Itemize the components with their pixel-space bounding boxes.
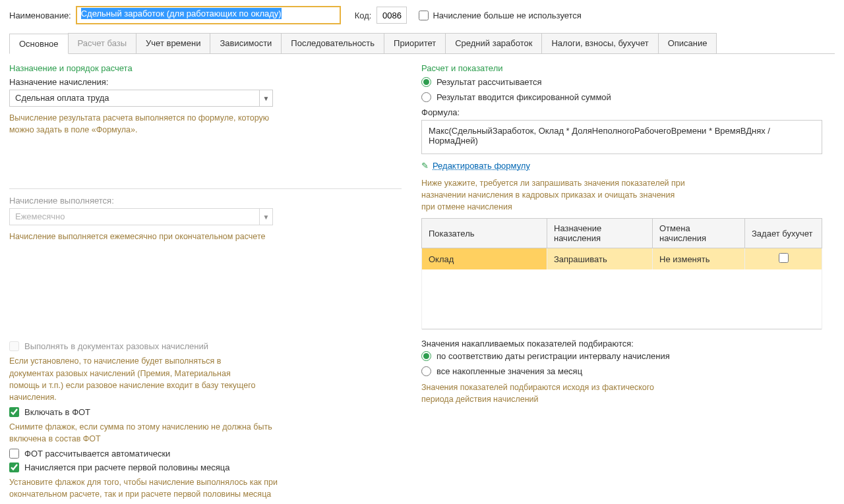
tab-desc[interactable]: Описание — [658, 33, 717, 53]
tab-seq[interactable]: Последовательность — [281, 33, 384, 53]
row-acct-checkbox[interactable] — [779, 253, 789, 263]
below-hint: Ниже укажите, требуется ли запрашивать з… — [421, 177, 685, 213]
result-calc-label: Результат рассчитывается — [437, 77, 542, 87]
tab-base[interactable]: Расчет базы — [68, 33, 137, 53]
result-fixed-radio[interactable] — [421, 92, 431, 102]
formula-box[interactable]: Макс(СдельныйЗаработок, Оклад * ДоляНепо… — [421, 120, 822, 154]
accum-all-month-radio[interactable] — [421, 366, 431, 376]
fot-auto-label: ФОТ рассчитывается автоматически — [24, 449, 170, 459]
name-input[interactable]: Сдельный заработок (для работающих по ок… — [76, 7, 340, 24]
chevron-down-icon[interactable]: ▼ — [259, 90, 272, 106]
exec-select: Ежемесячно ▼ — [9, 208, 273, 225]
right-section-title: Расчет и показатели — [421, 63, 835, 73]
accum-label: Значения накапливаемых показателей подби… — [421, 339, 835, 349]
tabs: Основное Расчет базы Учет времени Зависи… — [9, 33, 835, 54]
tab-deps[interactable]: Зависимости — [210, 33, 282, 53]
first-half-label: Начисляется при расчете первой половины … — [24, 462, 229, 472]
tab-tax[interactable]: Налоги, взносы, бухучет — [541, 33, 658, 53]
indicators-table[interactable]: Показатель Назначение начисления Отмена … — [421, 218, 822, 329]
first-half-hint: Установите флажок для того, чтобы начисл… — [9, 476, 280, 500]
accum-by-date-label: по соответствию даты регистрации интерва… — [437, 351, 670, 361]
tab-priority[interactable]: Приоритет — [384, 33, 446, 53]
edit-formula-link[interactable]: Редактировать формулу — [433, 161, 530, 171]
th-assign: Назначение начисления — [547, 219, 653, 248]
accum-by-date-radio[interactable] — [421, 351, 431, 361]
include-fot-checkbox[interactable] — [9, 407, 19, 417]
accum-hint: Значения показателей подбираются исходя … — [421, 381, 672, 405]
not-used-checkbox[interactable] — [419, 11, 429, 20]
fot-auto-checkbox[interactable] — [9, 449, 19, 459]
tab-time[interactable]: Учет времени — [136, 33, 210, 53]
name-label: Наименование: — [9, 11, 71, 20]
result-calc-radio[interactable] — [421, 77, 431, 87]
exec-label: Начисление выполняется: — [9, 196, 402, 206]
table-row[interactable]: Оклад Запрашивать Не изменять — [422, 248, 822, 270]
include-fot-hint: Снимите флажок, если сумма по этому начи… — [9, 421, 299, 445]
exec-hint: Начисление выполняется ежемесячно при ок… — [9, 231, 402, 242]
include-fot-label: Включать в ФОТ — [24, 407, 90, 417]
onetime-docs-checkbox — [9, 341, 19, 351]
code-label: Код: — [355, 11, 372, 20]
assign-hint: Вычисление результата расчета выполняетс… — [9, 112, 286, 136]
assign-select[interactable]: Сдельная оплата труда ▼ — [9, 90, 273, 107]
tab-avg[interactable]: Средний заработок — [445, 33, 542, 53]
pencil-icon: ✎ — [421, 161, 429, 171]
first-half-checkbox[interactable] — [9, 462, 19, 472]
left-section-title: Назначение и порядок расчета — [9, 63, 402, 73]
onetime-docs-label: Выполнять в документах разовых начислени… — [24, 341, 208, 351]
accum-all-month-label: все накопленные значения за месяц — [437, 366, 582, 376]
tab-main[interactable]: Основное — [9, 34, 69, 54]
onetime-docs-hint: Если установлено, то начисление будет вы… — [9, 355, 260, 403]
not-used-label: Начисление больше не используется — [433, 11, 581, 20]
formula-label: Формула: — [421, 107, 835, 117]
th-acct: Задает бухучет — [745, 219, 822, 248]
chevron-down-icon: ▼ — [259, 209, 272, 225]
th-cancel: Отмена начисления — [653, 219, 745, 248]
th-indicator: Показатель — [422, 219, 547, 248]
code-input[interactable] — [377, 7, 407, 24]
assign-label: Назначение начисления: — [9, 77, 402, 87]
result-fixed-label: Результат вводится фиксированной суммой — [437, 92, 611, 102]
